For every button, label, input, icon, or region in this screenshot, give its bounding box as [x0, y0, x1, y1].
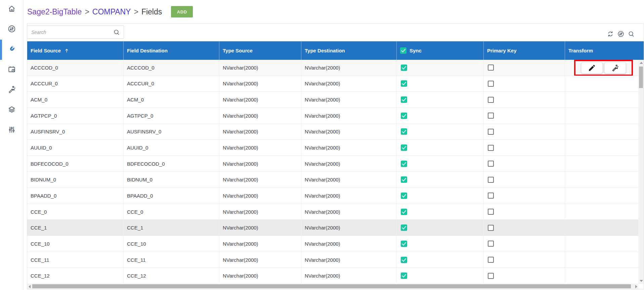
cell-type-destination: NVarchar(2000) [301, 268, 397, 284]
horizontal-scrollbar-thumb[interactable] [32, 284, 631, 288]
breadcrumb-link-table[interactable]: Sage2-BigTable [27, 7, 82, 16]
column-header-transform[interactable]: Transform [565, 41, 644, 60]
sync-checkbox[interactable] [401, 144, 407, 151]
cell-field-source: CCE_11 [27, 252, 124, 268]
sync-checkbox[interactable] [401, 176, 407, 183]
search-icon [113, 29, 120, 36]
column-header-type-source[interactable]: Type Source [219, 41, 301, 60]
table-row[interactable]: BIDNUM_0 BIDNUM_0 NVarchar(2000) NVarcha… [27, 172, 644, 188]
cell-type-destination: NVarchar(2000) [301, 124, 397, 140]
cell-transform [565, 204, 644, 220]
cell-type-destination: NVarchar(2000) [301, 60, 397, 76]
sync-checkbox[interactable] [401, 128, 407, 135]
sync-checkbox[interactable] [401, 241, 407, 247]
table-row[interactable]: AUSFINSRV_0 AUSFINSRV_0 NVarchar(2000) N… [27, 124, 644, 140]
table-row[interactable]: AGTPCP_0 AGTPCP_0 NVarchar(2000) NVarcha… [27, 108, 644, 124]
cell-primary-key [484, 268, 565, 284]
map-transform-button[interactable] [604, 62, 626, 74]
primary-key-checkbox[interactable] [488, 145, 494, 151]
edit-transform-button[interactable] [581, 62, 603, 74]
cell-type-source: NVarchar(2000) [219, 76, 301, 92]
scroll-down-arrow[interactable] [640, 280, 643, 282]
table-row[interactable]: CCE_0 CCE_0 NVarchar(2000) NVarchar(2000… [27, 204, 644, 220]
search-input[interactable] [27, 30, 113, 35]
sidebar-item-transfers[interactable] [0, 22, 24, 38]
primary-key-checkbox[interactable] [488, 193, 494, 199]
add-button[interactable]: ADD [171, 6, 193, 17]
primary-key-checkbox[interactable] [488, 129, 494, 135]
table-row[interactable]: ACM_0 ACM_0 NVarchar(2000) NVarchar(2000… [27, 92, 644, 108]
sidebar-item-schedule[interactable] [0, 62, 24, 78]
sync-checkbox[interactable] [401, 65, 407, 71]
table-row[interactable]: CCE_10 CCE_10 NVarchar(2000) NVarchar(20… [27, 236, 644, 252]
column-header-primary-key[interactable]: Primary Key [484, 41, 565, 60]
sync-checkbox[interactable] [401, 273, 407, 279]
scroll-right-arrow[interactable] [635, 285, 637, 288]
sync-checkbox[interactable] [401, 209, 407, 215]
sync-checkbox[interactable] [401, 113, 407, 119]
cell-type-source: NVarchar(2000) [219, 140, 301, 156]
primary-key-checkbox[interactable] [488, 177, 494, 183]
top-bar: Sage2-BigTable > COMPANY > Fields ADD [24, 0, 644, 24]
sync-checkbox[interactable] [401, 161, 407, 167]
cell-field-destination: CCE_1 [124, 220, 219, 236]
horizontal-scrollbar[interactable] [27, 284, 638, 289]
cell-sync [397, 140, 484, 156]
cell-transform [565, 156, 644, 172]
sidebar-item-magnet[interactable] [0, 42, 24, 58]
vertical-scrollbar-thumb[interactable] [639, 67, 643, 88]
table-row[interactable]: ACCCOD_0 ACCCOD_0 NVarchar(2000) NVarcha… [27, 60, 644, 76]
table-row[interactable]: BPAADD_0 BPAADD_0 NVarchar(2000) NVarcha… [27, 188, 644, 204]
table-row[interactable]: CCE_1 CCE_1 NVarchar(2000) NVarchar(2000… [27, 220, 644, 236]
sidebar-item-layers[interactable] [0, 102, 24, 118]
breadcrumb: Sage2-BigTable > COMPANY > Fields [27, 7, 162, 16]
sync-checkbox[interactable] [401, 224, 407, 231]
cell-sync [397, 172, 484, 188]
sync-checkbox[interactable] [401, 193, 407, 199]
scroll-up-arrow[interactable] [640, 62, 643, 64]
table-row[interactable]: CCE_12 CCE_12 NVarchar(2000) NVarchar(20… [27, 268, 644, 284]
primary-key-checkbox[interactable] [488, 65, 494, 71]
search-icon[interactable] [628, 30, 635, 38]
cell-field-destination: ACCCOD_0 [124, 60, 219, 76]
primary-key-checkbox[interactable] [488, 225, 494, 231]
primary-key-checkbox[interactable] [488, 209, 494, 215]
primary-key-checkbox[interactable] [488, 81, 494, 87]
cell-field-source: BIDNUM_0 [27, 172, 124, 188]
primary-key-checkbox[interactable] [488, 113, 494, 119]
table-row[interactable]: ACCCUR_0 ACCCUR_0 NVarchar(2000) NVarcha… [27, 76, 644, 92]
column-header-field-source[interactable]: Field Source [27, 41, 124, 60]
breadcrumb-link-company[interactable]: COMPANY [92, 7, 131, 16]
cell-primary-key [484, 220, 565, 236]
refresh-icon[interactable] [607, 30, 614, 38]
cell-primary-key [484, 60, 565, 76]
column-header-sync[interactable]: Sync [397, 41, 484, 60]
sidebar-item-wizard[interactable] [0, 82, 24, 98]
column-header-type-destination[interactable]: Type Destination [301, 41, 397, 60]
primary-key-checkbox[interactable] [488, 241, 494, 247]
primary-key-checkbox[interactable] [488, 161, 494, 167]
table-row[interactable]: BDFECOCOD_0 BDFECOCOD_0 NVarchar(2000) N… [27, 156, 644, 172]
table-row[interactable]: AUUID_0 AUUID_0 NVarchar(2000) NVarchar(… [27, 140, 644, 156]
sync-all-checkbox[interactable] [400, 47, 406, 54]
primary-key-checkbox[interactable] [488, 97, 494, 103]
sync-checkbox[interactable] [401, 80, 407, 87]
primary-key-checkbox[interactable] [488, 273, 494, 279]
sidebar-item-settings[interactable] [0, 122, 24, 138]
scroll-left-arrow[interactable] [29, 285, 31, 288]
annotation-highlight-rectangle [574, 60, 633, 76]
table-row[interactable]: CCE_11 CCE_11 NVarchar(2000) NVarchar(20… [27, 252, 644, 268]
cell-primary-key [484, 76, 565, 92]
cell-field-source: ACCCOD_0 [27, 60, 124, 76]
vertical-scrollbar[interactable] [638, 60, 644, 284]
cell-primary-key [484, 108, 565, 124]
sync-checkbox[interactable] [401, 257, 407, 263]
sidebar-item-home[interactable] [0, 1, 24, 17]
arrows-transfer-icon[interactable] [617, 30, 625, 38]
sync-checkbox[interactable] [401, 96, 407, 103]
cell-sync [397, 92, 484, 108]
primary-key-checkbox[interactable] [488, 257, 494, 263]
cell-primary-key [484, 252, 565, 268]
column-header-field-destination[interactable]: Field Destination [124, 41, 219, 60]
cell-sync [397, 252, 484, 268]
